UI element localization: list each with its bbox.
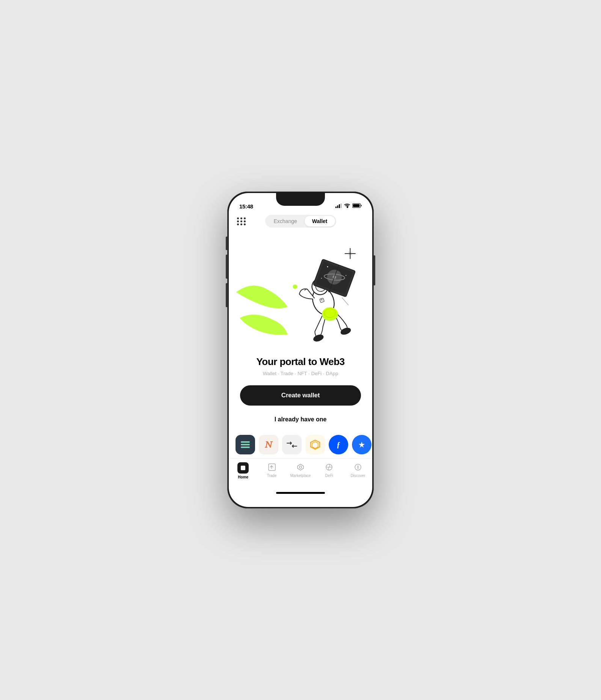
svg-marker-36 bbox=[312, 442, 318, 448]
nav-item-discover[interactable]: Discover bbox=[344, 462, 372, 478]
portal-subtitle: Wallet · Trade · NFT · DeFi · DApp bbox=[240, 371, 361, 376]
tab-wallet[interactable]: Wallet bbox=[305, 216, 335, 226]
svg-rect-33 bbox=[241, 447, 250, 448]
status-icons bbox=[335, 203, 362, 210]
svg-point-28 bbox=[323, 307, 337, 319]
svg-rect-31 bbox=[241, 441, 250, 443]
app-icon-6[interactable] bbox=[352, 435, 371, 454]
app-icon-3[interactable] bbox=[282, 435, 302, 454]
nav-label-defi: DeFi bbox=[325, 474, 333, 478]
svg-point-10 bbox=[313, 333, 324, 342]
wifi-icon bbox=[344, 203, 350, 210]
discover-icon bbox=[353, 462, 363, 472]
menu-dots-btn[interactable] bbox=[237, 217, 246, 225]
power-btn bbox=[374, 255, 375, 285]
marketplace-icon bbox=[296, 462, 305, 472]
nav-label-trade: Trade bbox=[267, 474, 277, 478]
svg-text:𝑁: 𝑁 bbox=[264, 440, 273, 450]
hero-illustration bbox=[229, 232, 372, 352]
nav-label-discover: Discover bbox=[350, 474, 365, 478]
status-time: 15:48 bbox=[239, 203, 253, 210]
signal-icon bbox=[335, 203, 342, 210]
app-icon-4[interactable] bbox=[305, 435, 325, 454]
svg-marker-41 bbox=[297, 464, 304, 470]
phone-screen: 15:48 bbox=[229, 193, 372, 507]
volume-down-btn bbox=[226, 283, 227, 307]
svg-marker-46 bbox=[357, 466, 359, 469]
portal-title: Your portal to Web3 bbox=[240, 356, 361, 368]
svg-rect-32 bbox=[241, 444, 250, 445]
phone-frame: 15:48 bbox=[227, 192, 374, 508]
tab-exchange[interactable]: Exchange bbox=[266, 216, 305, 226]
app-icon-2[interactable]: 𝑁 bbox=[259, 435, 278, 454]
svg-rect-1 bbox=[337, 205, 338, 208]
svg-rect-5 bbox=[353, 204, 360, 207]
header: Exchange Wallet bbox=[229, 212, 372, 232]
already-have-button[interactable]: I already have one bbox=[272, 413, 330, 426]
app-icons-row: 𝑁 ƒ bbox=[229, 431, 372, 458]
create-wallet-button[interactable]: Create wallet bbox=[240, 385, 361, 406]
svg-point-45 bbox=[355, 464, 361, 470]
nav-item-defi[interactable]: DeFi bbox=[315, 462, 343, 478]
app-icon-5[interactable]: ƒ bbox=[329, 435, 348, 454]
nav-item-trade[interactable]: Trade bbox=[257, 462, 286, 478]
bottom-nav: Home Trade Marketplace bbox=[229, 458, 372, 489]
svg-rect-40 bbox=[269, 464, 275, 471]
content-area: Your portal to Web3 Wallet · Trade · NFT… bbox=[229, 352, 372, 426]
nav-label-home: Home bbox=[238, 475, 248, 479]
svg-point-26 bbox=[293, 284, 297, 289]
battery-icon bbox=[352, 203, 362, 210]
nav-item-marketplace[interactable]: Marketplace bbox=[286, 462, 315, 478]
svg-rect-0 bbox=[335, 207, 337, 208]
svg-rect-2 bbox=[339, 204, 340, 208]
defi-icon bbox=[324, 462, 334, 472]
home-indicator bbox=[229, 489, 372, 496]
home-bar bbox=[276, 492, 325, 494]
svg-point-42 bbox=[299, 466, 302, 468]
tab-switcher: Exchange Wallet bbox=[265, 215, 336, 228]
notch bbox=[276, 193, 325, 206]
trade-icon bbox=[267, 462, 277, 472]
svg-line-30 bbox=[342, 298, 349, 305]
nav-item-home[interactable]: Home bbox=[229, 462, 257, 479]
home-icon bbox=[237, 462, 249, 474]
app-icon-1[interactable] bbox=[236, 435, 255, 454]
nav-label-marketplace: Marketplace bbox=[290, 474, 311, 478]
volume-up-btn bbox=[226, 255, 227, 279]
volume-silent-btn bbox=[226, 237, 227, 250]
svg-rect-39 bbox=[241, 466, 245, 470]
svg-text:ƒ: ƒ bbox=[337, 441, 340, 449]
svg-rect-3 bbox=[341, 204, 342, 208]
